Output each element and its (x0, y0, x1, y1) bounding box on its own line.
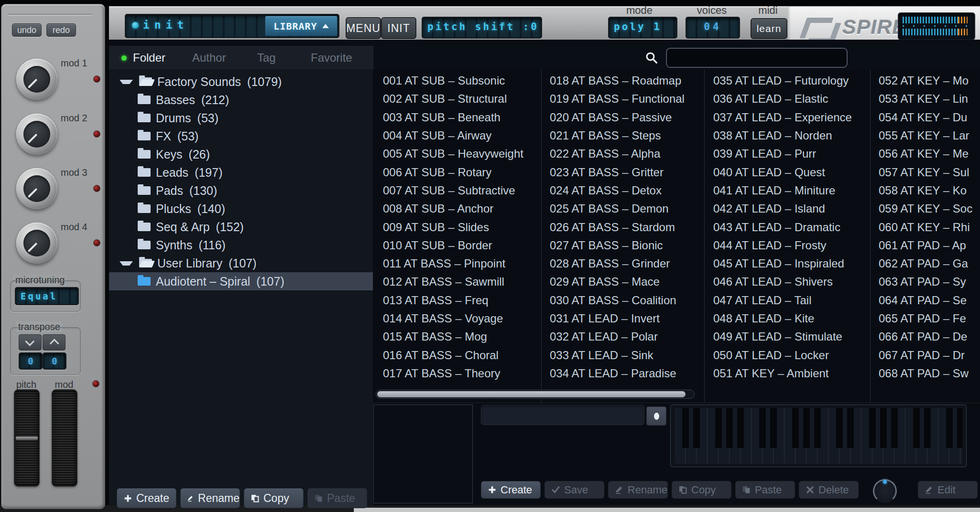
scrollbar-thumb[interactable] (377, 391, 686, 397)
preset-item[interactable]: 031 AT LEAD – Invert (550, 309, 685, 328)
preset-item[interactable]: 045 AT LEAD – Inspiraled (713, 255, 852, 273)
tab-author[interactable]: Author (192, 46, 226, 69)
tab-favorite[interactable]: Favorite (311, 46, 352, 69)
folder-create-button[interactable]: Create (117, 488, 176, 508)
preset-item[interactable]: 062 AT PAD – Ga (879, 255, 972, 273)
library-button[interactable]: LIBRARY (265, 16, 338, 36)
preset-item[interactable]: 056 AT KEY – Me (879, 145, 972, 163)
tree-item-factory-sounds[interactable]: Factory Sounds(1079) (109, 73, 373, 91)
preset-item[interactable]: 051 AT KEY – Ambient (713, 364, 852, 383)
tree-item-seq-arp[interactable]: Seq & Arp(152) (109, 218, 373, 236)
preset-item[interactable]: 053 AT KEY – Lin (879, 90, 972, 108)
preview-volume-knob[interactable] (873, 479, 897, 503)
preset-item[interactable]: 058 AT KEY – Ko (879, 181, 972, 200)
preset-paste-button[interactable]: Paste (735, 481, 795, 499)
tree-item-user-library[interactable]: User Library(107) (109, 254, 373, 272)
tree-item-leads[interactable]: Leads(197) (109, 163, 373, 181)
caret-down-icon[interactable] (120, 261, 133, 266)
preset-item[interactable]: 010 AT SUB – Border (383, 236, 523, 255)
search-input[interactable] (666, 48, 848, 68)
preset-item[interactable]: 033 AT LEAD – Sink (550, 346, 685, 364)
preset-item[interactable]: 005 AT SUB – Heavyweight (383, 145, 523, 163)
preset-item[interactable]: 044 AT LEAD – Frosty (713, 236, 852, 255)
preset-item[interactable]: 049 AT LEAD – Stimulate (713, 328, 852, 346)
preset-item[interactable]: 050 AT LEAD – Locker (713, 346, 852, 364)
preset-item[interactable]: 029 AT BASS – Mace (550, 273, 685, 291)
preset-item[interactable]: 060 AT KEY – Rhi (879, 218, 972, 236)
preset-item[interactable]: 007 AT SUB – Subtractive (383, 181, 523, 200)
undo-button[interactable]: undo (12, 23, 42, 37)
preset-item[interactable]: 067 AT PAD – Dr (879, 346, 972, 364)
tab-tag[interactable]: Tag (257, 46, 276, 69)
tree-item-basses[interactable]: Basses(212) (109, 91, 373, 109)
preset-item[interactable]: 036 AT LEAD – Elastic (713, 90, 852, 108)
preset-item[interactable]: 055 AT KEY – Lar (879, 127, 972, 145)
voices-display[interactable]: 04 (686, 17, 740, 39)
tab-folder[interactable]: Folder (133, 46, 165, 69)
preset-name-field[interactable] (481, 405, 644, 425)
mod-knob-4[interactable] (16, 223, 57, 264)
black-keys[interactable] (675, 408, 962, 448)
preset-item[interactable]: 046 AT LEAD – Shivers (713, 273, 852, 291)
preset-item[interactable]: 008 AT SUB – Anchor (383, 200, 523, 218)
preset-item[interactable]: 059 AT KEY – Soc (879, 200, 972, 218)
preset-item[interactable]: 039 AT LEAD – Purr (713, 145, 852, 163)
preset-audition-button[interactable] (646, 406, 666, 426)
preset-item[interactable]: 057 AT KEY – Sul (879, 163, 972, 181)
preset-item[interactable]: 037 AT LEAD – Experience (713, 108, 852, 127)
preset-item[interactable]: 025 AT BASS – Demon (550, 200, 685, 218)
mode-display[interactable]: poly 1 (608, 17, 677, 39)
preset-item[interactable]: 020 AT BASS – Passive (550, 108, 685, 127)
mini-keyboard[interactable] (670, 405, 967, 467)
preset-item[interactable]: 042 AT LEAD – Island (713, 200, 852, 218)
init-button[interactable]: INIT (381, 17, 416, 39)
preset-item[interactable]: 035 AT LEAD – Futurology (713, 72, 852, 90)
preset-item[interactable]: 019 AT BASS – Functional (550, 90, 685, 108)
folder-paste-button[interactable]: Paste (307, 488, 367, 508)
preset-item[interactable]: 006 AT SUB – Rotary (383, 163, 523, 181)
preset-item[interactable]: 047 AT LEAD – Tail (713, 291, 852, 309)
preset-item[interactable]: 065 AT PAD – Fe (879, 309, 972, 328)
preset-item[interactable]: 021 AT BASS – Steps (550, 127, 685, 145)
preset-item[interactable]: 038 AT LEAD – Norden (713, 127, 852, 145)
preset-item[interactable]: 017 AT BASS – Theory (383, 364, 523, 383)
preset-item[interactable]: 003 AT SUB – Beneath (383, 108, 523, 127)
redo-button[interactable]: redo (46, 23, 76, 37)
preset-item[interactable]: 001 AT SUB – Subsonic (383, 72, 523, 90)
tree-item-synths[interactable]: Synths(116) (109, 236, 373, 254)
mod-knob-2[interactable] (16, 114, 57, 155)
preset-item[interactable]: 040 AT LEAD – Quest (713, 163, 852, 181)
preset-item[interactable]: 016 AT BASS – Choral (383, 346, 523, 364)
caret-down-icon[interactable] (120, 80, 133, 84)
preset-item[interactable]: 022 AT BASS – Alpha (550, 145, 685, 163)
preset-item[interactable]: 061 AT PAD – Ap (879, 236, 972, 255)
preset-save-button[interactable]: Save (544, 481, 604, 499)
preset-create-button[interactable]: Create (481, 481, 541, 499)
preset-delete-button[interactable]: Delete (799, 481, 859, 499)
preset-item[interactable]: 064 AT PAD – Se (879, 291, 972, 309)
preset-item[interactable]: 027 AT BASS – Bionic (550, 236, 685, 255)
tree-item-plucks[interactable]: Plucks(140) (109, 200, 373, 218)
microtuning-value-display[interactable]: Equal (15, 287, 79, 305)
folder-copy-button[interactable]: Copy (244, 488, 304, 508)
preset-item[interactable]: 063 AT PAD – Sy (879, 273, 972, 291)
preset-display[interactable]: init LIBRARY (125, 14, 339, 38)
preset-item[interactable]: 009 AT SUB – Slides (383, 218, 523, 236)
tree-item-keys[interactable]: Keys(26) (109, 145, 373, 163)
preset-item[interactable]: 054 AT KEY – Du (879, 108, 972, 127)
preset-item[interactable]: 034 AT LEAD – Paradise (550, 364, 685, 383)
preset-item[interactable]: 068 AT PAD – Sw (879, 364, 972, 383)
preset-item[interactable]: 015 AT BASS – Mog (383, 328, 523, 346)
transpose-value-right[interactable]: 0 (43, 352, 66, 370)
preset-item[interactable]: 002 AT SUB – Structural (383, 90, 523, 108)
mod-wheel[interactable] (52, 389, 77, 487)
preset-item[interactable]: 024 AT BASS – Detox (550, 181, 685, 200)
pitch-wheel[interactable] (14, 389, 40, 487)
preset-copy-button[interactable]: Copy (672, 481, 731, 499)
preset-item[interactable]: 026 AT BASS – Stardom (550, 218, 685, 236)
preset-item[interactable]: 011 AT BASS – Pinpoint (383, 255, 523, 273)
tree-item-drums[interactable]: Drums(53) (109, 109, 373, 127)
transpose-value-left[interactable]: 0 (19, 352, 43, 370)
preset-item[interactable]: 028 AT BASS – Grinder (550, 255, 685, 273)
preset-item[interactable]: 013 AT BASS – Freq (383, 291, 523, 309)
